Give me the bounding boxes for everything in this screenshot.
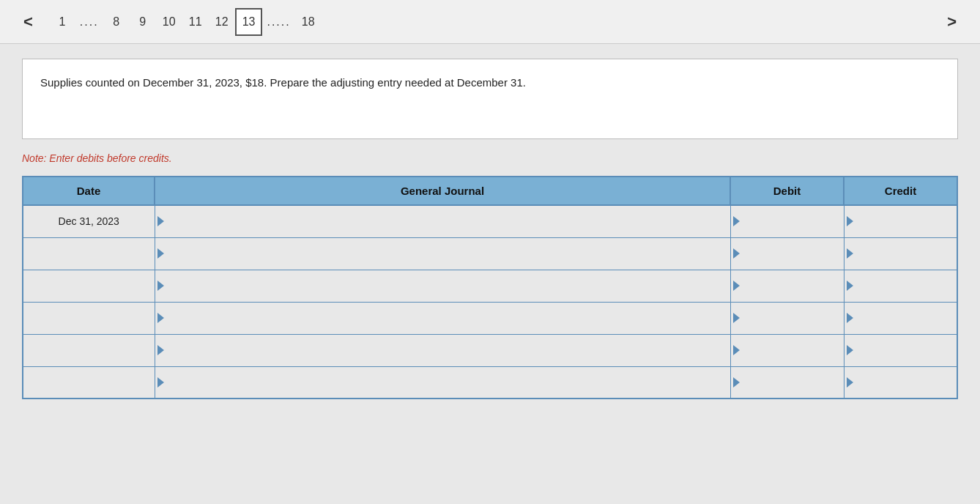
page-13[interactable]: 13 xyxy=(235,8,263,36)
arrow-icon-journal-1 xyxy=(157,248,164,259)
table-row xyxy=(23,366,957,399)
credit-cell-0[interactable] xyxy=(844,205,957,237)
credit-cell-5[interactable] xyxy=(844,366,957,399)
arrow-icon-journal-4 xyxy=(157,345,164,355)
journal-input-1[interactable] xyxy=(155,238,730,270)
page-dots-2: ..... xyxy=(262,15,294,29)
table-row xyxy=(23,302,957,334)
arrow-icon-debit-3 xyxy=(733,313,740,323)
credit-cell-2[interactable] xyxy=(844,270,957,302)
page-10[interactable]: 10 xyxy=(156,8,182,36)
date-cell-3 xyxy=(23,302,155,334)
arrow-icon-journal-2 xyxy=(157,281,164,291)
prev-page-button[interactable]: < xyxy=(15,10,42,34)
page-wrapper: < 1 .... 8 9 10 11 12 13 ..... 18 > Supp… xyxy=(0,0,980,504)
journal-cell-2[interactable] xyxy=(155,270,730,302)
arrow-icon-journal-5 xyxy=(157,377,164,388)
credit-input-2[interactable] xyxy=(844,270,957,302)
debit-cell-2[interactable] xyxy=(730,270,844,302)
header-general-journal: General Journal xyxy=(155,177,730,205)
journal-input-2[interactable] xyxy=(155,270,730,302)
date-value-0: Dec 31, 2023 xyxy=(59,215,119,227)
note-text: Note: Enter debits before credits. xyxy=(22,152,958,164)
header-debit: Debit xyxy=(730,177,844,205)
debit-cell-5[interactable] xyxy=(730,366,844,399)
debit-input-3[interactable] xyxy=(731,303,844,334)
page-8[interactable]: 8 xyxy=(103,8,130,36)
credit-cell-3[interactable] xyxy=(844,302,957,334)
journal-cell-0[interactable] xyxy=(155,205,730,237)
credit-cell-1[interactable] xyxy=(844,237,957,270)
debit-input-4[interactable] xyxy=(731,335,844,366)
date-cell-5 xyxy=(23,366,155,399)
page-9[interactable]: 9 xyxy=(130,8,156,36)
debit-input-5[interactable] xyxy=(731,367,844,399)
credit-input-5[interactable] xyxy=(844,367,957,399)
page-12[interactable]: 12 xyxy=(209,8,235,36)
journal-input-3[interactable] xyxy=(155,303,730,334)
header-credit: Credit xyxy=(844,177,957,205)
debit-input-0[interactable] xyxy=(731,206,844,237)
debit-input-2[interactable] xyxy=(731,270,844,302)
debit-cell-0[interactable] xyxy=(730,205,844,237)
journal-input-4[interactable] xyxy=(155,335,730,366)
arrow-icon-debit-5 xyxy=(733,377,740,388)
credit-input-4[interactable] xyxy=(844,335,957,366)
arrow-icon-debit-4 xyxy=(733,345,740,355)
arrow-icon-credit-5 xyxy=(847,377,853,388)
page-18[interactable]: 18 xyxy=(295,8,322,36)
table-row xyxy=(23,334,957,366)
credit-cell-4[interactable] xyxy=(844,334,957,366)
debit-cell-1[interactable] xyxy=(730,237,844,270)
date-cell-4 xyxy=(23,334,155,366)
date-cell-0: Dec 31, 2023 xyxy=(23,205,155,237)
page-11[interactable]: 11 xyxy=(182,8,209,36)
arrow-icon-journal-0 xyxy=(157,216,164,226)
page-numbers: 1 .... 8 9 10 11 12 13 ..... 18 xyxy=(42,8,938,36)
credit-input-3[interactable] xyxy=(844,303,957,334)
journal-input-5[interactable] xyxy=(155,367,730,399)
debit-cell-3[interactable] xyxy=(730,302,844,334)
table-row xyxy=(23,237,957,270)
debit-cell-4[interactable] xyxy=(730,334,844,366)
arrow-icon-credit-1 xyxy=(847,248,853,259)
content-area: Supplies counted on December 31, 2023, $… xyxy=(0,44,980,414)
arrow-icon-debit-0 xyxy=(733,216,740,226)
journal-table: Date General Journal Debit Credit Dec 31… xyxy=(22,176,958,399)
arrow-icon-journal-3 xyxy=(157,313,164,323)
date-cell-2 xyxy=(23,270,155,302)
credit-input-1[interactable] xyxy=(844,238,957,270)
next-page-button[interactable]: > xyxy=(938,10,965,34)
page-1[interactable]: 1 xyxy=(49,8,75,36)
arrow-icon-credit-2 xyxy=(847,281,853,291)
arrow-icon-debit-1 xyxy=(733,248,740,259)
arrow-icon-credit-3 xyxy=(847,313,853,323)
pagination-bar: < 1 .... 8 9 10 11 12 13 ..... 18 > xyxy=(0,0,980,44)
table-row xyxy=(23,270,957,302)
arrow-icon-credit-0 xyxy=(847,216,853,226)
journal-cell-1[interactable] xyxy=(155,237,730,270)
arrow-icon-credit-4 xyxy=(847,345,853,355)
journal-input-0[interactable] xyxy=(155,206,730,237)
credit-input-0[interactable] xyxy=(844,206,957,237)
journal-cell-5[interactable] xyxy=(155,366,730,399)
page-dots-1: .... xyxy=(75,15,103,29)
header-date: Date xyxy=(23,177,155,205)
table-row: Dec 31, 2023 xyxy=(23,205,957,237)
arrow-icon-debit-2 xyxy=(733,281,740,291)
journal-cell-4[interactable] xyxy=(155,334,730,366)
question-text: Supplies counted on December 31, 2023, $… xyxy=(40,74,940,92)
table-header-row: Date General Journal Debit Credit xyxy=(23,177,957,205)
date-cell-1 xyxy=(23,237,155,270)
question-box: Supplies counted on December 31, 2023, $… xyxy=(22,59,958,139)
journal-cell-3[interactable] xyxy=(155,302,730,334)
debit-input-1[interactable] xyxy=(731,238,844,270)
